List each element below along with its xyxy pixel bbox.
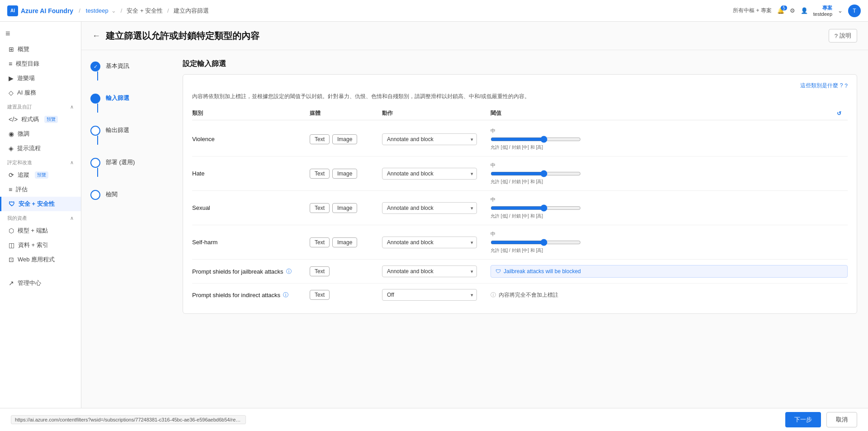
stepper-step-5: 檢閱: [90, 189, 163, 200]
threshold-slider-violence[interactable]: [491, 136, 581, 143]
stepper-step-3: 輸出篩選: [90, 125, 163, 145]
action-select-wrapper-sexual: Annotate and block Annotate only Off: [382, 202, 477, 214]
what-categories-link[interactable]: 這些類別是什麼 ? ?: [800, 82, 848, 90]
sidebar-toggle[interactable]: ≡: [0, 25, 81, 42]
media-btn-image-hate[interactable]: Image: [332, 169, 357, 179]
sidebar-item-safety[interactable]: 🛡 安全 + 安全性: [0, 197, 81, 211]
sidebar-label-web-app: Web 應用程式: [18, 256, 55, 264]
action-select-jailbreak[interactable]: Annotate and block Annotate only Off: [382, 265, 477, 277]
sidebar-label-code: 程式碼: [21, 115, 39, 123]
filter-action-hate: Annotate and block Annotate only Off: [382, 168, 491, 180]
action-select-selfharm[interactable]: Annotate and block Annotate only Off: [382, 237, 477, 248]
breadcrumb-1[interactable]: testdeep: [86, 7, 108, 14]
action-select-violence[interactable]: Annotate and block Annotate only Off: [382, 133, 477, 145]
indirect-info-message: 內容將完全不會加上標註: [499, 291, 558, 299]
sidebar-label-fine-tune: 微調: [18, 130, 29, 138]
sidebar-item-code[interactable]: </> 程式碼 預覽: [0, 112, 81, 127]
section-build-label: 建置及自訂: [7, 104, 32, 110]
threshold-slider-selfharm[interactable]: [491, 239, 581, 246]
sidebar-label-playground: 遊樂場: [17, 74, 35, 82]
sidebar-label-ai-services: AI 服務: [17, 89, 36, 97]
step-2-circle: [90, 94, 100, 104]
step-4-circle: [90, 158, 100, 168]
media-btn-text-hate[interactable]: Text: [310, 169, 330, 179]
main-layout: ≡ ⊞ 概覽 ≡ 模型目錄 ▶ 遊樂場 ◇ AI 服務 建置及自訂 ∧ </> …: [0, 22, 868, 431]
media-btn-image-sexual[interactable]: Image: [332, 203, 357, 213]
filter-threshold-violence: 中 允許 [低] / 封鎖 [中] 和 [高]: [491, 128, 848, 151]
indirect-status-info: ⓘ 內容將完全不會加上標註: [491, 291, 848, 299]
sidebar-item-fine-tune[interactable]: ◉ 微調: [0, 127, 81, 141]
user-name: testdeep: [813, 11, 832, 17]
sidebar-item-eval[interactable]: ≡ 評估: [0, 182, 81, 197]
media-btn-text-jailbreak[interactable]: Text: [310, 266, 330, 276]
avatar[interactable]: T: [848, 5, 861, 17]
sep2: /: [121, 7, 123, 14]
chevron-eval-icon[interactable]: ∧: [70, 160, 74, 166]
step-1-connector: [97, 71, 98, 81]
sidebar-item-admin[interactable]: ↗ 管理中心: [0, 276, 81, 290]
media-btn-text-indirect[interactable]: Text: [310, 290, 330, 300]
threshold-slider-sexual[interactable]: [491, 204, 581, 212]
threshold-note-violence: 允許 [低] / 封鎖 [中] 和 [高]: [491, 144, 848, 151]
col-media: 媒體: [310, 109, 382, 117]
sidebar-item-playground[interactable]: ▶ 遊樂場: [0, 71, 81, 85]
sidebar-item-web-app[interactable]: ⊡ Web 應用程式: [0, 252, 81, 267]
sidebar-item-ai-services[interactable]: ◇ AI 服務: [0, 85, 81, 100]
threshold-slider-hate[interactable]: [491, 170, 581, 177]
media-btn-text-selfharm[interactable]: Text: [310, 237, 330, 247]
action-select-hate[interactable]: Annotate and block Annotate only Off: [382, 168, 477, 180]
sidebar-label-safety: 安全 + 安全性: [19, 200, 55, 208]
help-circle-icon: ?: [835, 33, 838, 39]
help-button[interactable]: ? 說明: [829, 29, 857, 43]
action-select-sexual[interactable]: Annotate and block Annotate only Off: [382, 202, 477, 214]
code-badge: 預覽: [44, 116, 58, 123]
filter-name-sexual: Sexual: [192, 204, 310, 211]
media-btn-image-selfharm[interactable]: Image: [332, 237, 357, 247]
section-assets: 我的資產 ∧: [0, 211, 81, 223]
trace-badge: 預覽: [35, 171, 48, 179]
back-button[interactable]: ←: [92, 31, 100, 41]
table-row: Violence Text Image Annotate and block A…: [192, 122, 848, 156]
dropdown-chevron-icon[interactable]: ⌄: [838, 7, 843, 14]
action-select-wrapper-hate: Annotate and block Annotate only Off: [382, 168, 477, 180]
step-2-label: 輸入篩選: [106, 94, 129, 102]
media-btn-image-violence[interactable]: Image: [332, 134, 357, 144]
sidebar-item-data[interactable]: ◫ 資料 + 索引: [0, 238, 81, 252]
sep3: /: [167, 7, 169, 14]
sidebar-item-model-catalog[interactable]: ≡ 模型目錄: [0, 57, 81, 71]
media-btn-text-sexual[interactable]: Text: [310, 203, 330, 213]
sidebar-item-trace[interactable]: ⟳ 追蹤 預覽: [0, 168, 81, 182]
sidebar-item-overview[interactable]: ⊞ 概覽: [0, 42, 81, 57]
sidebar: ≡ ⊞ 概覽 ≡ 模型目錄 ▶ 遊樂場 ◇ AI 服務 建置及自訂 ∧ </> …: [0, 22, 81, 431]
refresh-icon[interactable]: ↺: [837, 110, 848, 117]
action-select-wrapper-indirect: Off Annotate and block Annotate only: [382, 289, 477, 301]
filter-name-selfharm: Self-harm: [192, 239, 310, 246]
action-select-wrapper-jailbreak: Annotate and block Annotate only Off: [382, 265, 477, 277]
filter-name-jailbreak: Prompt shields for jailbreak attacks ⓘ: [192, 268, 310, 275]
sidebar-item-models[interactable]: ⬡ 模型 + 端點: [0, 223, 81, 238]
section-build: 建置及自訂 ∧: [0, 100, 81, 112]
settings-icon[interactable]: ⚙: [790, 7, 795, 14]
page-title: 建立篩選以允許或封鎖特定類型的內容: [106, 30, 259, 42]
indirect-info-circle-icon: ⓘ: [491, 291, 496, 299]
cancel-button[interactable]: 取消: [826, 412, 857, 427]
chevron-build-icon[interactable]: ∧: [70, 104, 74, 110]
notification-bell[interactable]: 🔔5: [777, 7, 784, 14]
sidebar-label-overview: 概覽: [18, 45, 29, 53]
sidebar-item-prompt-flow[interactable]: ◈ 提示流程: [0, 141, 81, 156]
filter-threshold-sexual: 中 允許 [低] / 封鎖 [中] 和 [高]: [491, 196, 848, 219]
form-panel: 設定輸入篩選 這些類別是什麼 ? ? 內容將依類別加上標註，並根據您設定的閾值予…: [172, 50, 868, 427]
section-assets-label: 我的資產: [7, 215, 27, 222]
sidebar-label-model-catalog: 模型目錄: [16, 60, 39, 68]
prompt-flow-icon: ◈: [9, 145, 14, 152]
content-area: ✓ 基本資訊 輸入篩選 輸出: [81, 50, 868, 427]
chevron-assets-icon[interactable]: ∧: [70, 215, 74, 221]
media-btn-text-violence[interactable]: Text: [310, 134, 330, 144]
logo-text: Azure AI Foundry: [21, 7, 73, 14]
form-description: 內容將依類別加上標註，並根據您設定的閾值予以封鎖。針對暴力、仇恨、色情和自殘類別…: [192, 92, 848, 100]
user-icon[interactable]: 👤: [801, 7, 808, 14]
stepper-step-1: ✓ 基本資訊: [90, 61, 163, 81]
breadcrumb-2[interactable]: 安全 + 安全性: [127, 7, 163, 15]
action-select-indirect[interactable]: Off Annotate and block Annotate only: [382, 289, 477, 301]
next-button[interactable]: 下一步: [785, 412, 821, 427]
